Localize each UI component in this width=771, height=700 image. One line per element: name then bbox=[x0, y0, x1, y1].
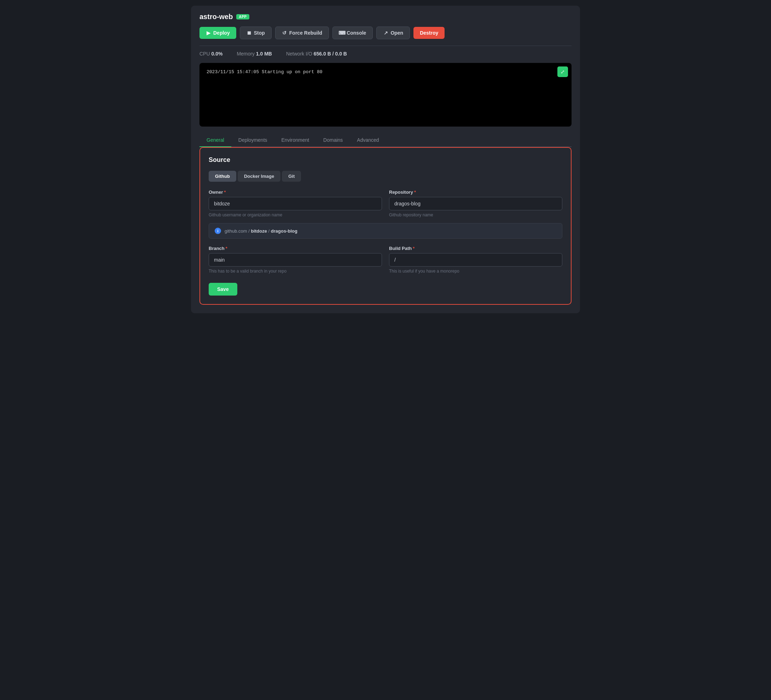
info-icon: i bbox=[215, 228, 221, 234]
owner-hint: Github username or organization name bbox=[209, 213, 382, 218]
source-section: Source Github Docker Image Git Owner * G… bbox=[200, 147, 571, 305]
branch-group: Branch * This has to be a valid branch i… bbox=[209, 246, 382, 274]
build-path-group: Build Path * This is useful if you have … bbox=[389, 246, 562, 274]
app-title: astro-web bbox=[200, 13, 233, 21]
open-icon: ↗ bbox=[383, 31, 388, 36]
save-button[interactable]: Save bbox=[209, 283, 237, 296]
tab-general[interactable]: General bbox=[200, 134, 231, 147]
tabs: General Deployments Environment Domains … bbox=[200, 134, 571, 147]
source-title: Source bbox=[209, 156, 562, 164]
branch-buildpath-row: Branch * This has to be a valid branch i… bbox=[209, 246, 562, 274]
log-area: 2023/11/15 15:47:05 Starting up on port … bbox=[200, 63, 571, 127]
owner-input[interactable] bbox=[209, 197, 382, 210]
source-type-tabs: Github Docker Image Git bbox=[209, 171, 562, 182]
repo-hint: Github repository name bbox=[389, 213, 562, 218]
network-stat: Network I/O 656.0 B / 0.0 B bbox=[286, 51, 347, 57]
log-entry: 2023/11/15 15:47:05 Starting up on port … bbox=[207, 69, 322, 75]
tab-domains[interactable]: Domains bbox=[316, 134, 350, 147]
owner-label: Owner * bbox=[209, 190, 382, 195]
deploy-button[interactable]: ▶ Deploy bbox=[200, 27, 236, 39]
destroy-button[interactable]: Destroy bbox=[413, 27, 444, 39]
toolbar: ▶ Deploy ⏹ Stop ↺ Force Rebuild ⌨ Consol… bbox=[200, 26, 571, 39]
github-owner-bold: bitdoze bbox=[251, 228, 267, 234]
toolbar-divider bbox=[200, 45, 571, 46]
repo-group: Repository * Github repository name bbox=[389, 190, 562, 218]
memory-stat: Memory 1.0 MB bbox=[237, 51, 272, 57]
build-path-required: * bbox=[413, 246, 415, 251]
app-badge: APP bbox=[236, 14, 249, 19]
console-icon: ⌨ bbox=[339, 31, 345, 36]
tab-environment[interactable]: Environment bbox=[275, 134, 317, 147]
repo-required: * bbox=[414, 190, 416, 195]
owner-group: Owner * Github username or organization … bbox=[209, 190, 382, 218]
stop-icon: ⏹ bbox=[247, 31, 252, 36]
stats-bar: CPU 0.0% Memory 1.0 MB Network I/O 656.0… bbox=[200, 51, 571, 57]
source-tab-github[interactable]: Github bbox=[209, 171, 236, 182]
cpu-stat: CPU 0.0% bbox=[200, 51, 223, 57]
tab-deployments[interactable]: Deployments bbox=[231, 134, 275, 147]
source-tab-docker[interactable]: Docker Image bbox=[237, 171, 280, 182]
source-tab-git[interactable]: Git bbox=[282, 171, 301, 182]
branch-required: * bbox=[226, 246, 228, 251]
force-rebuild-button[interactable]: ↺ Force Rebuild bbox=[275, 26, 329, 39]
expand-icon: ⤢ bbox=[561, 69, 565, 75]
open-button[interactable]: ↗ Open bbox=[376, 26, 410, 39]
repo-input[interactable] bbox=[389, 197, 562, 210]
stop-button[interactable]: ⏹ Stop bbox=[240, 26, 272, 39]
deploy-icon: ▶ bbox=[206, 31, 211, 36]
expand-log-button[interactable]: ⤢ bbox=[557, 67, 568, 77]
branch-hint: This has to be a valid branch in your re… bbox=[209, 269, 382, 274]
owner-repo-row: Owner * Github username or organization … bbox=[209, 190, 562, 218]
github-url-text: github.com / bitdoze / dragos-blog bbox=[224, 228, 298, 234]
owner-required: * bbox=[224, 190, 226, 195]
rebuild-icon: ↺ bbox=[282, 31, 287, 36]
app-header: astro-web APP bbox=[200, 13, 571, 21]
branch-label: Branch * bbox=[209, 246, 382, 251]
console-button[interactable]: ⌨ Console bbox=[332, 26, 373, 39]
build-path-label: Build Path * bbox=[389, 246, 562, 251]
branch-input[interactable] bbox=[209, 253, 382, 266]
github-info-bar: i github.com / bitdoze / dragos-blog bbox=[209, 223, 562, 239]
build-path-hint: This is useful if you have a monorepo bbox=[389, 269, 562, 274]
build-path-input[interactable] bbox=[389, 253, 562, 266]
repo-label: Repository * bbox=[389, 190, 562, 195]
tab-advanced[interactable]: Advanced bbox=[350, 134, 386, 147]
github-repo-bold: dragos-blog bbox=[271, 228, 298, 234]
